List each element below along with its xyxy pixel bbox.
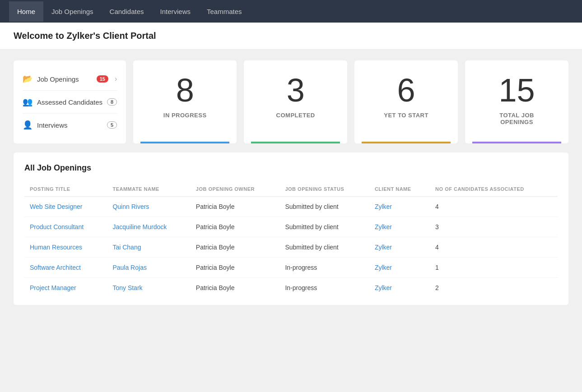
cell-owner: Patricia Boyle xyxy=(191,258,280,278)
interviews-icon: 👤 xyxy=(23,120,33,130)
stat-number-in-progress: 8 xyxy=(176,74,194,106)
cell-posting-title[interactable]: Product Consultant xyxy=(24,217,107,237)
cell-status: Submitted by client xyxy=(279,237,369,258)
cell-posting-title[interactable]: Software Architect xyxy=(24,258,107,278)
client-name-link[interactable]: Zylker xyxy=(375,284,392,291)
stat-card-total: 15 TOTAL JOBOPENINGS xyxy=(465,60,568,143)
sidebar-item-assessed-candidates[interactable]: 👥 Assessed Candidates 8 xyxy=(23,91,117,114)
cell-candidates: 3 xyxy=(430,217,558,237)
nav-job-openings[interactable]: Job Openings xyxy=(43,1,102,22)
cell-client[interactable]: Zylker xyxy=(369,217,430,237)
table-row: Human Resources Tai Chang Patricia Boyle… xyxy=(24,237,558,258)
stat-label-total: TOTAL JOBOPENINGS xyxy=(499,112,534,125)
cell-status: In-progress xyxy=(279,258,369,278)
nav-interviews[interactable]: Interviews xyxy=(152,1,199,22)
nav-candidates[interactable]: Candidates xyxy=(102,1,152,22)
cell-owner: Patricia Boyle xyxy=(191,278,280,298)
teammate-name-link[interactable]: Jacquiline Murdock xyxy=(112,223,167,231)
client-name-link[interactable]: Zylker xyxy=(375,203,392,210)
cell-client[interactable]: Zylker xyxy=(369,237,430,258)
cell-status: In-progress xyxy=(279,278,369,298)
sidebar-item-job-openings[interactable]: 📂 Job Openings 15 › xyxy=(23,68,117,91)
cell-client[interactable]: Zylker xyxy=(369,258,430,278)
table-row: Product Consultant Jacquiline Murdock Pa… xyxy=(24,217,558,237)
col-owner: JOB OPENING OWNER xyxy=(191,182,280,197)
col-client: CLIENT NAME xyxy=(369,182,430,197)
stat-bar-total xyxy=(472,142,561,143)
col-posting-title: POSTING TITLE xyxy=(24,182,107,197)
job-openings-label: Job Openings xyxy=(37,75,92,83)
interviews-badge: 5 xyxy=(107,121,117,129)
cell-candidates: 1 xyxy=(430,258,558,278)
chevron-right-icon: › xyxy=(115,75,117,83)
col-status: JOB OPENING STATUS xyxy=(279,182,369,197)
table-row: Software Architect Paula Rojas Patricia … xyxy=(24,258,558,278)
briefcase-icon: 📂 xyxy=(23,74,33,84)
stat-label-yet-to-start: YET TO START xyxy=(384,112,428,119)
main-nav: Home Job Openings Candidates Interviews … xyxy=(0,0,582,23)
stat-bar-yet-to-start xyxy=(362,142,451,143)
stat-card-yet-to-start: 6 YET TO START xyxy=(354,60,458,143)
table-row: Project Manager Tony Stark Patricia Boyl… xyxy=(24,278,558,298)
posting-title-link[interactable]: Human Resources xyxy=(30,244,82,251)
top-section: 📂 Job Openings 15 › 👥 Assessed Candidate… xyxy=(14,60,568,143)
teammate-name-link[interactable]: Tony Stark xyxy=(112,284,142,291)
stat-number-completed: 3 xyxy=(287,74,305,106)
col-teammate-name: TEAMMATE NAME xyxy=(107,182,190,197)
stat-card-completed: 3 COMPLETED xyxy=(244,60,347,143)
cell-status: Submitted by client xyxy=(279,217,369,237)
cell-owner: Patricia Boyle xyxy=(191,237,280,258)
cell-teammate-name[interactable]: Tony Stark xyxy=(107,278,190,298)
stat-label-completed: COMPLETED xyxy=(276,112,315,119)
teammate-name-link[interactable]: Tai Chang xyxy=(112,244,141,251)
cell-teammate-name[interactable]: Tai Chang xyxy=(107,237,190,258)
cell-teammate-name[interactable]: Jacquiline Murdock xyxy=(107,217,190,237)
page-header: Welcome to Zylker's Client Portal xyxy=(0,23,582,50)
page-title: Welcome to Zylker's Client Portal xyxy=(14,31,568,41)
nav-teammates[interactable]: Teammates xyxy=(199,1,250,22)
cell-client[interactable]: Zylker xyxy=(369,197,430,217)
cell-client[interactable]: Zylker xyxy=(369,278,430,298)
posting-title-link[interactable]: Web Site Designer xyxy=(30,203,82,210)
client-name-link[interactable]: Zylker xyxy=(375,264,392,271)
table-row: Web Site Designer Quinn Rivers Patricia … xyxy=(24,197,558,217)
posting-title-link[interactable]: Software Architect xyxy=(30,264,81,271)
posting-title-link[interactable]: Product Consultant xyxy=(30,223,84,231)
stat-number-total: 15 xyxy=(499,74,535,106)
sidebar-card: 📂 Job Openings 15 › 👥 Assessed Candidate… xyxy=(14,60,126,143)
table-header-row: POSTING TITLE TEAMMATE NAME JOB OPENING … xyxy=(24,182,558,197)
candidates-icon: 👥 xyxy=(23,97,33,107)
sidebar-item-interviews[interactable]: 👤 Interviews 5 xyxy=(23,114,117,136)
cell-owner: Patricia Boyle xyxy=(191,217,280,237)
cell-posting-title[interactable]: Web Site Designer xyxy=(24,197,107,217)
nav-home[interactable]: Home xyxy=(9,1,43,22)
cell-candidates: 4 xyxy=(430,237,558,258)
stat-bar-in-progress xyxy=(140,142,229,143)
assessed-candidates-label: Assessed Candidates xyxy=(37,98,102,106)
client-name-link[interactable]: Zylker xyxy=(375,223,392,231)
posting-title-link[interactable]: Project Manager xyxy=(30,284,76,291)
interviews-label: Interviews xyxy=(37,121,102,129)
cell-candidates: 2 xyxy=(430,278,558,298)
client-name-link[interactable]: Zylker xyxy=(375,244,392,251)
stat-bar-completed xyxy=(251,142,340,143)
cell-candidates: 4 xyxy=(430,197,558,217)
assessed-candidates-badge: 8 xyxy=(107,98,117,106)
cell-owner: Patricia Boyle xyxy=(191,197,280,217)
cell-posting-title[interactable]: Human Resources xyxy=(24,237,107,258)
cell-status: Submitted by client xyxy=(279,197,369,217)
table-title: All Job Openings xyxy=(24,163,558,173)
stat-label-in-progress: IN PROGRESS xyxy=(163,112,207,119)
table-section: All Job Openings POSTING TITLE TEAMMATE … xyxy=(14,152,568,305)
col-candidates: NO OF CANDIDATES ASSOCIATED xyxy=(430,182,558,197)
teammate-name-link[interactable]: Paula Rojas xyxy=(112,264,147,271)
job-openings-table: POSTING TITLE TEAMMATE NAME JOB OPENING … xyxy=(24,182,558,298)
cell-posting-title[interactable]: Project Manager xyxy=(24,278,107,298)
stat-number-yet-to-start: 6 xyxy=(397,74,415,106)
teammate-name-link[interactable]: Quinn Rivers xyxy=(112,203,149,210)
cell-teammate-name[interactable]: Quinn Rivers xyxy=(107,197,190,217)
stat-card-in-progress: 8 IN PROGRESS xyxy=(133,60,237,143)
job-openings-badge: 15 xyxy=(97,75,108,83)
cell-teammate-name[interactable]: Paula Rojas xyxy=(107,258,190,278)
main-content: 📂 Job Openings 15 › 👥 Assessed Candidate… xyxy=(0,50,582,316)
